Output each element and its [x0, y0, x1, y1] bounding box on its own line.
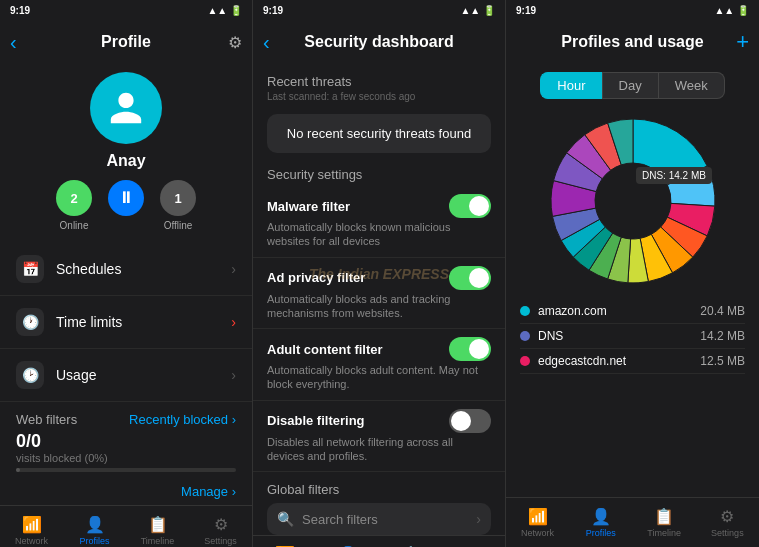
- adult-desc: Automatically blocks adult content. May …: [267, 363, 491, 392]
- web-filters-link[interactable]: Recently blocked ›: [129, 412, 236, 427]
- network-nav-label: Network: [15, 536, 48, 546]
- left-gear-button[interactable]: ⚙: [228, 33, 242, 52]
- menu-item-timelimits[interactable]: 🕐 Time limits ›: [0, 296, 252, 349]
- legend-value-amazon: 20.4 MB: [700, 304, 745, 318]
- disable-desc: Disables all network filtering across al…: [267, 435, 491, 464]
- left-nav-timeline[interactable]: 📋 Timeline: [126, 515, 189, 546]
- recent-threats-sub: Last scanned: a few seconds ago: [267, 91, 491, 102]
- legend-dot-edgecast: [520, 356, 530, 366]
- setting-disable-row: Disable filtering: [267, 409, 491, 433]
- offline-label: Offline: [164, 220, 193, 231]
- web-filters-count: 0/0: [16, 431, 236, 452]
- web-filters-sub: visits blocked (0%): [16, 452, 236, 464]
- left-back-button[interactable]: ‹: [10, 31, 17, 54]
- setting-adprivacy: Ad privacy filter Automatically blocks a…: [253, 258, 505, 330]
- usage-label: Usage: [56, 367, 231, 383]
- legend-dot-dns: [520, 331, 530, 341]
- disable-name: Disable filtering: [267, 413, 365, 428]
- time-btn-day[interactable]: Day: [602, 72, 659, 99]
- right-nav-network[interactable]: 📶 Network: [506, 507, 569, 538]
- timelimits-label: Time limits: [56, 314, 231, 330]
- profiles-nav-label: Profiles: [79, 536, 109, 546]
- left-bottom-nav: 📶 Network 👤 Profiles 📋 Timeline ⚙ Settin…: [0, 505, 252, 547]
- manage-row: Manage ›: [0, 478, 252, 505]
- setting-malware: Malware filter Automatically blocks know…: [253, 186, 505, 258]
- time-filter-row: Hour Day Week: [520, 72, 745, 99]
- web-filters-section: Web filters Recently blocked › 0/0 visit…: [0, 402, 252, 478]
- offline-badge: 1: [160, 180, 196, 216]
- schedules-chevron: ›: [231, 261, 236, 277]
- web-filters-label: Web filters: [16, 412, 77, 427]
- left-panel: 9:19 ▲▲ 🔋 ‹ Profile ⚙ Anay 2 Online ⏸: [0, 0, 253, 547]
- pie-chart-container: DNS: 14.2 MB: [506, 107, 759, 295]
- right-nav-profiles[interactable]: 👤 Profiles: [569, 507, 632, 538]
- right-status-time: 9:19: [516, 5, 536, 16]
- profiles-nav-icon: 👤: [85, 515, 105, 534]
- right-nav-timeline[interactable]: 📋 Timeline: [633, 507, 696, 538]
- device-pause: ⏸: [108, 180, 144, 231]
- menu-item-usage[interactable]: 🕑 Usage ›: [0, 349, 252, 402]
- right-profiles-icon: 👤: [591, 507, 611, 526]
- legend-name-edgecast: edgecastcdn.net: [538, 354, 700, 368]
- adult-toggle[interactable]: [449, 337, 491, 361]
- timelimits-icon: 🕐: [16, 308, 44, 336]
- network-nav-icon: 📶: [22, 515, 42, 534]
- progress-bar-fill: [16, 468, 20, 472]
- usage-chevron: ›: [231, 367, 236, 383]
- timeline-nav-label: Timeline: [141, 536, 175, 546]
- legend-name-amazon: amazon.com: [538, 304, 700, 318]
- left-status-time: 9:19: [10, 5, 30, 16]
- timeline-nav-icon: 📋: [148, 515, 168, 534]
- right-profiles-label: Profiles: [586, 528, 616, 538]
- right-timeline-icon: 📋: [654, 507, 674, 526]
- usage-icon: 🕑: [16, 361, 44, 389]
- security-settings-label: Security settings: [253, 159, 505, 186]
- left-status-bar: 9:19 ▲▲ 🔋: [0, 0, 252, 20]
- settings-nav-label: Settings: [204, 536, 237, 546]
- menu-item-schedules[interactable]: 📅 Schedules ›: [0, 243, 252, 296]
- malware-name: Malware filter: [267, 199, 350, 214]
- legend-section: amazon.com 20.4 MB DNS 14.2 MB edgecastc…: [506, 295, 759, 497]
- time-btn-hour[interactable]: Hour: [540, 72, 601, 99]
- right-settings-icon: ⚙: [720, 507, 734, 526]
- left-nav-profiles[interactable]: 👤 Profiles: [63, 515, 126, 546]
- legend-value-dns: 14.2 MB: [700, 329, 745, 343]
- recent-threats-section: Recent threats Last scanned: a few secon…: [253, 64, 505, 108]
- malware-desc: Automatically blocks known malicious web…: [267, 220, 491, 249]
- malware-toggle[interactable]: [449, 194, 491, 218]
- left-nav-settings[interactable]: ⚙ Settings: [189, 515, 252, 546]
- legend-value-edgecast: 12.5 MB: [700, 354, 745, 368]
- adprivacy-name: Ad privacy filter: [267, 270, 365, 285]
- right-network-label: Network: [521, 528, 554, 538]
- right-panel: 9:19 ▲▲ 🔋 Profiles and usage + Hour Day …: [506, 0, 759, 547]
- mid-panel-title: Security dashboard: [304, 33, 453, 51]
- mid-panel: 9:19 ▲▲ 🔋 ‹ Security dashboard Recent th…: [253, 0, 506, 547]
- mid-status-time: 9:19: [263, 5, 283, 16]
- pause-badge[interactable]: ⏸: [108, 180, 144, 216]
- avatar-section: Anay 2 Online ⏸ 1 Offline: [0, 64, 252, 243]
- legend-item-dns: DNS 14.2 MB: [520, 324, 745, 349]
- time-btn-week[interactable]: Week: [659, 72, 725, 99]
- right-status-bar: 9:19 ▲▲ 🔋: [506, 0, 759, 20]
- right-network-icon: 📶: [528, 507, 548, 526]
- right-plus-button[interactable]: +: [736, 29, 749, 55]
- manage-link[interactable]: Manage ›: [181, 484, 236, 499]
- online-badge: 2: [56, 180, 92, 216]
- right-panel-title: Profiles and usage: [561, 33, 703, 51]
- settings-nav-icon: ⚙: [214, 515, 228, 534]
- right-status-icons: ▲▲ 🔋: [714, 5, 749, 16]
- device-online: 2 Online: [56, 180, 92, 231]
- global-filters-label: Global filters: [253, 472, 505, 503]
- right-timeline-label: Timeline: [647, 528, 681, 538]
- disable-toggle[interactable]: [449, 409, 491, 433]
- mid-back-button[interactable]: ‹: [263, 31, 270, 54]
- search-filters-placeholder: Search filters: [302, 512, 476, 527]
- setting-malware-row: Malware filter: [267, 194, 491, 218]
- right-nav-settings[interactable]: ⚙ Settings: [696, 507, 759, 538]
- legend-dot-amazon: [520, 306, 530, 316]
- search-filters-bar[interactable]: 🔍 Search filters ›: [267, 503, 491, 535]
- setting-adult-row: Adult content filter: [267, 337, 491, 361]
- adprivacy-toggle[interactable]: [449, 266, 491, 290]
- right-header: Profiles and usage +: [506, 20, 759, 64]
- left-nav-network[interactable]: 📶 Network: [0, 515, 63, 546]
